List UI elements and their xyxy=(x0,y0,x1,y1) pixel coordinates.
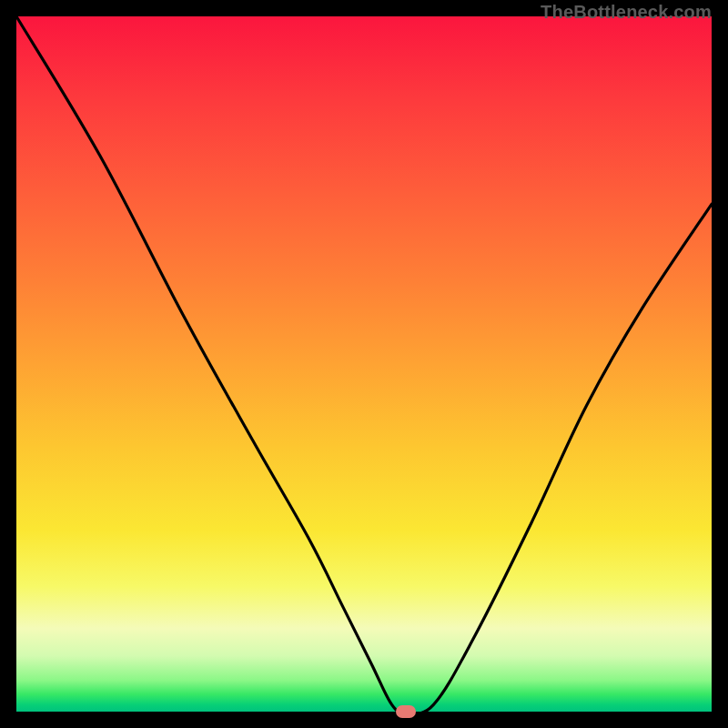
bottleneck-curve-path xyxy=(16,16,712,713)
watermark-text: TheBottleneck.com xyxy=(541,2,712,23)
plot-area xyxy=(16,16,712,712)
chart-stage: TheBottleneck.com xyxy=(0,0,728,728)
optimum-marker xyxy=(396,705,416,718)
bottleneck-curve-svg xyxy=(16,16,712,712)
